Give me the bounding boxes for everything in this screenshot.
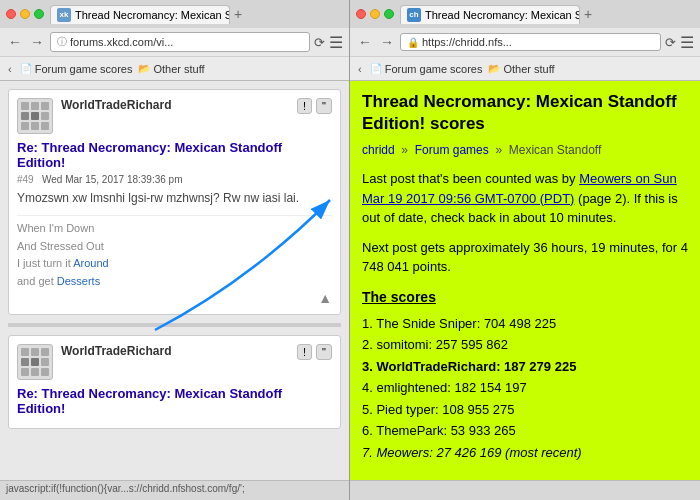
bookmark-icon-2: 📂 xyxy=(138,63,150,74)
sig-link-desserts[interactable]: Desserts xyxy=(57,275,100,287)
minimize-button[interactable] xyxy=(20,9,30,19)
post2-quote-button[interactable]: " xyxy=(316,344,332,360)
forum-post-2: WorldTradeRichard ! " Re: Thread Necroma… xyxy=(8,335,341,429)
post1-title[interactable]: Re: Thread Necromancy: Mexican Standoff … xyxy=(17,140,332,170)
right-status-bar xyxy=(350,480,700,500)
right-bookmark-label-1: Forum game scores xyxy=(385,63,483,75)
right-maximize-button[interactable] xyxy=(384,9,394,19)
breadcrumb-chridd[interactable]: chridd xyxy=(362,143,395,157)
breadcrumb: chridd » Forum games » Mexican Standoff xyxy=(362,141,688,159)
post2-header: WorldTradeRichard ! " xyxy=(17,344,332,380)
right-bookmark-back[interactable]: ‹ xyxy=(356,63,364,75)
bookmark-forum-game-scores-left[interactable]: 📄 Forum game scores xyxy=(20,63,133,75)
post1-meta: WorldTradeRichard xyxy=(61,98,289,112)
right-bookmark-label-2: Other stuff xyxy=(503,63,554,75)
post1-username: WorldTradeRichard xyxy=(61,98,289,112)
scores-header: The scores xyxy=(362,287,688,308)
traffic-lights xyxy=(6,9,44,19)
bookmark-forum-game-scores-right[interactable]: 📄 Forum game scores xyxy=(370,63,483,75)
maximize-button[interactable] xyxy=(34,9,44,19)
next-post-info: Next post gets approximately 36 hours, 1… xyxy=(362,238,688,277)
left-address-bar: ← → ⓘ forums.xkcd.com/vi... ⟳ ☰ xyxy=(0,28,349,56)
bookmark-label-2: Other stuff xyxy=(153,63,204,75)
left-url-text: forums.xkcd.com/vi... xyxy=(70,36,173,48)
right-address-bar: ← → 🔒 https://chridd.nfs... ⟳ ☰ xyxy=(350,28,700,56)
bookmark-icon-1: 📄 xyxy=(20,63,32,74)
score-item-4: 4. emlightened: 182 154 197 xyxy=(362,378,688,398)
last-counted-info: Last post that's been counted was by Meo… xyxy=(362,169,688,228)
post1-footer: ▲ xyxy=(17,290,332,306)
right-browser-panel: ch Thread Necromancy: Mexican Standoff E… xyxy=(350,0,700,500)
right-reload-button[interactable]: ⟳ xyxy=(665,35,676,50)
score-item-6: 6. ThemePark: 53 933 265 xyxy=(362,421,688,441)
left-url-box[interactable]: ⓘ forums.xkcd.com/vi... xyxy=(50,32,310,52)
left-page-content: WorldTradeRichard ! " Re: Thread Necroma… xyxy=(0,81,349,480)
right-minimize-button[interactable] xyxy=(370,9,380,19)
breadcrumb-mexican-standoff: Mexican Standoff xyxy=(509,143,602,157)
sig-link-around[interactable]: Around xyxy=(73,257,108,269)
post2-title[interactable]: Re: Thread Necromancy: Mexican Standoff … xyxy=(17,386,332,416)
right-new-tab-button[interactable]: + xyxy=(584,6,592,22)
page-title: Thread Necromancy: Mexican Standoff Edit… xyxy=(362,91,688,135)
score-item-7: 7. Meowers: 27 426 169 (most recent) xyxy=(362,443,688,463)
right-tab[interactable]: ch Thread Necromancy: Mexican Standoff E… xyxy=(400,5,580,24)
scores-list: 1. The Snide Sniper: 704 498 2252. somit… xyxy=(362,314,688,463)
meowers-link[interactable]: Meowers on Sun Mar 19 2017 09:56 GMT-070… xyxy=(362,171,677,206)
right-menu-button[interactable]: ☰ xyxy=(680,33,694,52)
menu-button[interactable]: ☰ xyxy=(329,33,343,52)
back-button[interactable]: ← xyxy=(6,34,24,50)
right-browser-chrome: ch Thread Necromancy: Mexican Standoff E… xyxy=(350,0,700,81)
score-item-3: 3. WorldTradeRichard: 187 279 225 xyxy=(362,357,688,377)
left-status-text: javascript:if(!function(){var...s://chri… xyxy=(6,483,245,494)
sig-line-3: I just turn it Around xyxy=(17,255,332,273)
left-tab-title: Thread Necromancy: Mexican Stand... xyxy=(75,9,230,21)
post2-username: WorldTradeRichard xyxy=(61,344,289,358)
left-tab[interactable]: xk Thread Necromancy: Mexican Stand... xyxy=(50,5,230,24)
right-close-button[interactable] xyxy=(356,9,366,19)
avatar-2 xyxy=(17,344,53,380)
score-item-5: 5. Pied typer: 108 955 275 xyxy=(362,400,688,420)
bookmark-other-stuff-right[interactable]: 📂 Other stuff xyxy=(488,63,554,75)
left-bookmark-back[interactable]: ‹ xyxy=(6,63,14,75)
post2-actions: ! " xyxy=(297,344,332,360)
lock-icon: 🔒 xyxy=(407,37,419,48)
avatar-1 xyxy=(17,98,53,134)
post1-header: WorldTradeRichard ! " xyxy=(17,98,332,134)
post2-meta: WorldTradeRichard xyxy=(61,344,289,358)
tab-favicon-left: xk xyxy=(57,8,71,22)
right-traffic-lights xyxy=(356,9,394,19)
bookmark-label-1: Forum game scores xyxy=(35,63,133,75)
post1-num: #49 xyxy=(17,174,34,185)
post1-actions: ! " xyxy=(297,98,332,114)
left-browser-panel: xk Thread Necromancy: Mexican Stand... +… xyxy=(0,0,350,500)
right-back-button[interactable]: ← xyxy=(356,34,374,50)
close-button[interactable] xyxy=(6,9,16,19)
right-url-box[interactable]: 🔒 https://chridd.nfs... xyxy=(400,33,661,51)
right-bookmark-icon-2: 📂 xyxy=(488,63,500,74)
score-item-1: 1. The Snide Sniper: 704 498 225 xyxy=(362,314,688,334)
post1-date: Wed Mar 15, 2017 18:39:36 pm xyxy=(42,174,182,185)
bookmark-other-stuff-left[interactable]: 📂 Other stuff xyxy=(138,63,204,75)
right-url-text: https://chridd.nfs... xyxy=(422,36,512,48)
sig-line-2: And Stressed Out xyxy=(17,238,332,256)
right-forward-button[interactable]: → xyxy=(378,34,396,50)
left-title-bar: xk Thread Necromancy: Mexican Stand... + xyxy=(0,0,349,28)
post-divider xyxy=(8,323,341,327)
post2-report-button[interactable]: ! xyxy=(297,344,312,360)
post1-quote-button[interactable]: " xyxy=(316,98,332,114)
tab-favicon-right: ch xyxy=(407,8,421,22)
breadcrumb-forum-games[interactable]: Forum games xyxy=(415,143,489,157)
new-tab-button[interactable]: + xyxy=(234,6,242,22)
right-bookmarks-bar: ‹ 📄 Forum game scores 📂 Other stuff xyxy=(350,56,700,80)
post1-info: #49 Wed Mar 15, 2017 18:39:36 pm xyxy=(17,174,332,185)
left-browser-chrome: xk Thread Necromancy: Mexican Stand... +… xyxy=(0,0,349,81)
score-item-2: 2. somitomi: 257 595 862 xyxy=(362,335,688,355)
post1-report-button[interactable]: ! xyxy=(297,98,312,114)
right-tab-title: Thread Necromancy: Mexican Standoff Edit… xyxy=(425,9,580,21)
left-bookmarks-bar: ‹ 📄 Forum game scores 📂 Other stuff xyxy=(0,56,349,80)
reload-button[interactable]: ⟳ xyxy=(314,35,325,50)
scroll-top-button[interactable]: ▲ xyxy=(318,290,332,306)
right-bookmark-icon-1: 📄 xyxy=(370,63,382,74)
left-status-bar: javascript:if(!function(){var...s://chri… xyxy=(0,480,349,500)
forward-button[interactable]: → xyxy=(28,34,46,50)
